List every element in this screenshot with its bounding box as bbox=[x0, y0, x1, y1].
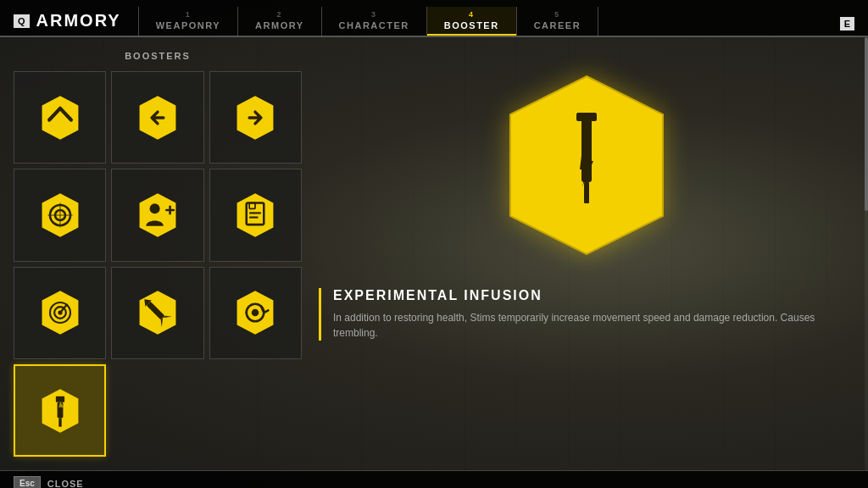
bottom-bar: Esc CLOSE bbox=[0, 470, 868, 488]
item-description-section: EXPERIMENTAL INFUSION In addition to res… bbox=[319, 288, 854, 341]
scrollbar-thumb[interactable] bbox=[865, 37, 868, 211]
booster-cell-1[interactable] bbox=[111, 71, 203, 164]
svg-point-28 bbox=[252, 309, 259, 317]
esc-key-badge[interactable]: Esc bbox=[14, 476, 41, 488]
tab-label-booster: BOOSTER bbox=[444, 20, 499, 30]
booster-icon-arrow-left bbox=[136, 92, 180, 143]
svg-point-9 bbox=[150, 203, 160, 214]
tab-label-career: CAREER bbox=[534, 20, 581, 30]
tab-num-booster: 4 bbox=[469, 10, 475, 19]
nav-tabs: 1WEAPONRY2ARMORY3CHARACTER4BOOSTER5CAREE… bbox=[138, 7, 833, 36]
page-title: ARMORY bbox=[36, 11, 121, 30]
left-panel: BOOSTERS bbox=[14, 51, 302, 457]
svg-marker-8 bbox=[140, 193, 176, 236]
booster-icon-person-plus bbox=[136, 190, 180, 241]
booster-cell-2[interactable] bbox=[209, 71, 302, 164]
booster-icon-missile bbox=[136, 287, 180, 338]
booster-cell-7[interactable] bbox=[111, 267, 203, 359]
top-bar: Q ARMORY 1WEAPONRY2ARMORY3CHARACTER4BOOS… bbox=[0, 0, 868, 37]
booster-icon-document bbox=[233, 190, 277, 241]
tab-label-character: CHARACTER bbox=[339, 20, 409, 30]
booster-cell-5[interactable] bbox=[209, 169, 302, 261]
tab-num-weaponry: 1 bbox=[186, 10, 192, 19]
svg-rect-37 bbox=[584, 182, 589, 203]
svg-marker-0 bbox=[42, 96, 78, 139]
tab-num-character: 3 bbox=[371, 10, 377, 19]
booster-icon-cycle bbox=[233, 287, 277, 338]
title-section: Q ARMORY bbox=[14, 11, 121, 36]
booster-icon-radar bbox=[38, 287, 82, 338]
booster-cell-3[interactable] bbox=[14, 169, 106, 261]
tab-label-weaponry: WEAPONRY bbox=[156, 20, 220, 30]
tab-num-career: 5 bbox=[554, 10, 560, 19]
tab-career[interactable]: 5CAREER bbox=[517, 7, 598, 36]
item-name: EXPERIMENTAL INFUSION bbox=[333, 288, 846, 303]
svg-rect-32 bbox=[58, 418, 61, 426]
tab-label-armory: ARMORY bbox=[255, 20, 303, 30]
tab-booster[interactable]: 4BOOSTER bbox=[427, 7, 517, 36]
booster-cell-0[interactable] bbox=[14, 71, 106, 164]
tab-weaponry[interactable]: 1WEAPONRY bbox=[138, 7, 238, 36]
boosters-grid bbox=[14, 71, 302, 457]
booster-icon-syringe bbox=[38, 385, 82, 436]
booster-cell-9[interactable] bbox=[14, 364, 106, 457]
svg-rect-36 bbox=[576, 113, 597, 121]
tab-num-armory: 2 bbox=[277, 10, 283, 19]
selected-item-hex-display bbox=[502, 68, 671, 263]
q-key-badge[interactable]: Q bbox=[14, 14, 30, 28]
booster-icon-arrow-right bbox=[233, 92, 277, 143]
booster-cell-6[interactable] bbox=[14, 267, 106, 359]
booster-cell-8[interactable] bbox=[209, 267, 302, 359]
svg-rect-30 bbox=[56, 396, 64, 402]
booster-icon-target bbox=[38, 190, 82, 241]
content-area: BOOSTERS bbox=[0, 37, 868, 470]
booster-icon-chevron bbox=[38, 92, 82, 143]
close-label: CLOSE bbox=[47, 479, 84, 488]
tab-character[interactable]: 3CHARACTER bbox=[322, 7, 427, 36]
item-description: In addition to restoring health, Stims t… bbox=[333, 310, 846, 341]
right-panel: EXPERIMENTAL INFUSION In addition to res… bbox=[319, 51, 854, 457]
svg-marker-12 bbox=[237, 193, 274, 236]
tab-armory[interactable]: 2ARMORY bbox=[238, 7, 321, 36]
booster-cell-4[interactable] bbox=[111, 169, 203, 261]
e-key-badge[interactable]: E bbox=[840, 17, 854, 30]
scrollbar[interactable] bbox=[865, 37, 868, 470]
boosters-label: BOOSTERS bbox=[14, 51, 302, 61]
